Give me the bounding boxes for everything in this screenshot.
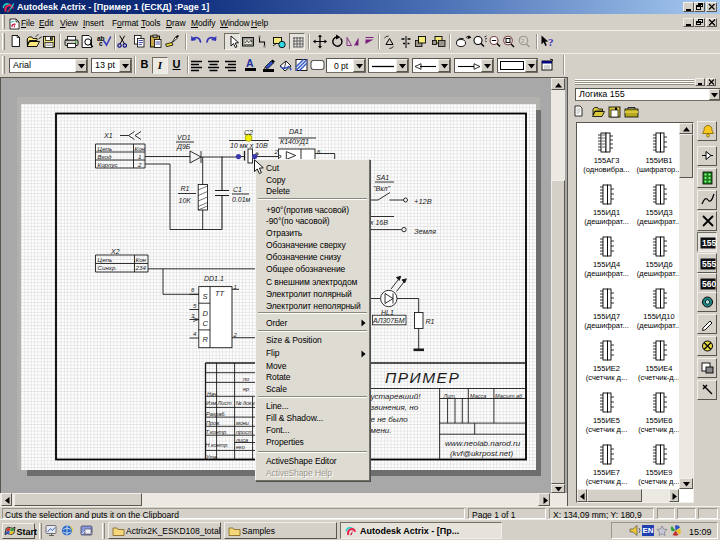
svg-text:R: R (203, 335, 209, 344)
svg-text:10K: 10K (179, 197, 192, 204)
svg-text:Земля: Земля (414, 227, 436, 236)
svg-text:мони: мони (236, 420, 249, 426)
svg-text:R1: R1 (181, 185, 190, 192)
svg-text:Нач.: Нач. (207, 391, 218, 397)
svg-text:DA1: DA1 (289, 128, 303, 135)
svg-text:Утв.: Утв. (205, 454, 219, 460)
svg-text:Кон: Кон (136, 256, 147, 263)
svg-text:10 мк х 10В: 10 мк х 10В (230, 142, 268, 149)
svg-text:мени.: мени. (371, 426, 392, 435)
svg-text:2: 2 (137, 161, 142, 168)
svg-text:1: 1 (138, 153, 141, 160)
svg-text:X1: X1 (103, 132, 113, 139)
svg-text:Кон: Кон (135, 145, 146, 152)
svg-text:Разраб.: Разраб. (206, 411, 226, 417)
svg-text:www.neolab.narod.ru: www.neolab.narod.ru (445, 439, 521, 448)
svg-text:D: D (203, 309, 209, 318)
svg-text:X2: X2 (110, 248, 120, 255)
svg-text:устаревший!: устаревший! (370, 392, 422, 401)
svg-text:SA1: SA1 (376, 174, 389, 181)
svg-text:2: 2 (521, 38, 525, 44)
svg-text:Цепь: Цепь (98, 145, 113, 152)
svg-text:звинения, но: звинения, но (370, 403, 419, 412)
svg-text:R1: R1 (426, 318, 435, 325)
svg-text:Масшт.аб: Масшт.аб (495, 393, 523, 399)
svg-text:234: 234 (135, 264, 147, 271)
svg-text:Лист: Лист (217, 400, 233, 406)
svg-text:DD1.1: DD1.1 (204, 275, 224, 282)
svg-text:c: c (99, 40, 103, 47)
svg-text:+12В: +12В (414, 197, 432, 206)
svg-text:К140УД1: К140УД1 (280, 138, 309, 146)
svg-text:АЛ307БМ: АЛ307БМ (372, 317, 405, 324)
svg-text:Вход: Вход (98, 153, 112, 160)
svg-text:2: 2 (274, 149, 279, 155)
svg-text:ер: ер (243, 386, 249, 392)
svg-text:TT: TT (215, 289, 226, 298)
svg-text:S: S (203, 292, 208, 301)
svg-text:Цепь: Цепь (98, 256, 113, 263)
svg-text:560: 560 (702, 279, 716, 289)
svg-text:х 16В: х 16В (369, 219, 388, 226)
svg-text:Лит.: Лит. (443, 393, 457, 399)
svg-text:Корпус: Корпус (98, 161, 119, 168)
svg-text:Масса: Масса (470, 393, 486, 399)
svg-text:C: C (203, 319, 209, 328)
svg-text:Пров.: Пров. (206, 420, 221, 426)
svg-text:C2: C2 (244, 129, 253, 136)
svg-text:Синхр.: Синхр. (98, 264, 118, 271)
svg-text:C1: C1 (233, 186, 242, 193)
svg-text:е не было: е не было (371, 415, 409, 424)
svg-text:по: по (243, 376, 249, 382)
svg-text:555: 555 (702, 259, 716, 269)
svg-text:1: 1 (234, 284, 237, 290)
svg-text:HL1: HL1 (381, 309, 394, 316)
svg-text:Т.контр.: Т.контр. (206, 429, 228, 435)
svg-text:(kvf@ukrpost.net): (kvf@ukrpost.net) (450, 449, 514, 458)
svg-text:ПРИМЕР: ПРИМЕР (385, 369, 460, 386)
svg-text:Н.контр.: Н.контр. (206, 442, 229, 448)
svg-text:прост: прост (236, 429, 253, 435)
svg-text:0.01м: 0.01м (232, 196, 251, 203)
svg-text:"Вкл": "Вкл" (373, 185, 390, 192)
svg-text:еко: еко (236, 444, 245, 450)
svg-text:2: 2 (233, 332, 238, 338)
svg-text:155: 155 (702, 238, 716, 248)
svg-text:?: ? (548, 36, 554, 48)
svg-text:Изм: Изм (206, 400, 216, 406)
svg-text:Д9Б: Д9Б (176, 143, 191, 151)
svg-text:лиса: лиса (235, 437, 248, 443)
svg-text:VD1: VD1 (177, 134, 191, 141)
